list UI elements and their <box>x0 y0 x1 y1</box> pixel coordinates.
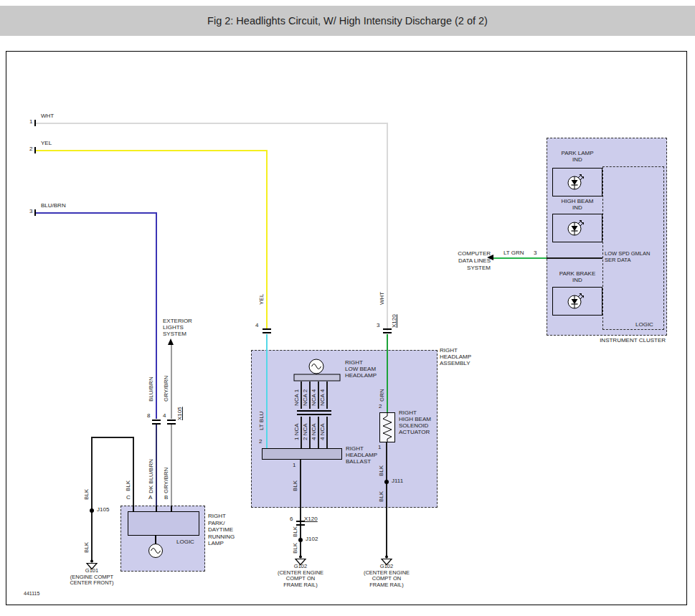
feed-1-pin: 1 <box>29 118 32 125</box>
diagram-ref-code: 441115 <box>24 590 39 597</box>
feed-3-pin: 3 <box>29 208 32 214</box>
label-line: HEADLAMP <box>440 354 471 360</box>
label-line: DAYTIME <box>208 526 235 534</box>
nca-label-top-2: NCA 2 <box>302 389 308 406</box>
bulb-icon <box>147 541 164 560</box>
lt-blu-wire <box>266 334 268 448</box>
blk-label-below-j111: BLK <box>378 491 384 502</box>
wht-wire-vertical <box>387 123 388 331</box>
drl-lamp-name: RIGHT PARK/ DAYTIME RUNNING LAMP <box>208 513 235 547</box>
label-line: ACTUATOR <box>399 429 431 435</box>
gry-brn-wire-upper <box>171 345 172 419</box>
yel-wire-horizontal <box>36 150 268 151</box>
headlamp-ballast-box <box>262 448 342 460</box>
label-line: RIGHT <box>208 513 235 520</box>
park-brake-led-icon <box>566 292 585 311</box>
x120-connector-label: X120 <box>391 314 397 328</box>
gmlan-label: LOW SPD GMLAN SER DATA <box>605 251 650 263</box>
cluster-logic-box <box>602 166 664 330</box>
label-line: CENTER FRONT) <box>49 580 135 587</box>
j111-label: J111 <box>392 478 403 484</box>
nca-connector-tick <box>297 410 306 412</box>
feed-2-pin: 2 <box>29 146 32 152</box>
label-line: HEADLAMP <box>345 372 377 379</box>
drl-stub <box>156 506 157 511</box>
ballast-out-pin-1: 1 <box>293 462 296 468</box>
label-line: HEADLAMP <box>346 452 377 458</box>
blk-label-below-j105: BLK <box>83 542 90 553</box>
nca-connector-tick <box>306 410 314 412</box>
nca-connector-tick <box>314 414 323 415</box>
label-line: PARK BRAKE <box>552 270 602 277</box>
ballast-pin-2: 2 <box>259 438 262 445</box>
park-brake-ind-label: PARK BRAKE IND <box>552 270 602 283</box>
nca-label-bottom-2: 2 NCA <box>302 423 308 440</box>
drl-pin-c: C <box>126 494 131 501</box>
dk-blu-brn-label: DK BLU/BRN <box>148 459 154 493</box>
label-line: RIGHT <box>345 359 377 366</box>
low-beam-headlamp-name: RIGHT LOW BEAM HEADLAMP <box>345 359 377 379</box>
blk-label-ballast: BLK <box>292 480 298 491</box>
nca-label-bottom-3: 4 NCA <box>311 423 317 440</box>
high-beam-ind-label: HIGH BEAM IND <box>552 198 602 211</box>
label-line: RIGHT <box>346 445 377 452</box>
blk-label-above-j102: BLK <box>292 526 298 537</box>
computer-data-lines-label: COMPUTER DATA LINES SYSTEM <box>429 250 491 272</box>
label-line: IND <box>552 156 602 163</box>
x120-pin-6: 6 <box>290 516 293 522</box>
j105-junction-dot <box>90 508 94 513</box>
blk-label-branch: BLK <box>125 480 131 491</box>
x105-connector-label: X105 <box>176 407 183 420</box>
gry-brn-label-lower: GRY/BRN <box>163 468 169 493</box>
label-line: HIGH BEAM <box>552 198 602 204</box>
label-line: IND <box>552 277 602 283</box>
blk-branch-to-pin-c <box>133 437 134 506</box>
drl-pin-b: B <box>164 494 168 501</box>
assembly-name: RIGHT HEADLAMP ASSEMBLY <box>440 347 471 366</box>
x120-tick <box>263 332 271 333</box>
park-lamp-led-icon <box>566 173 585 191</box>
label-line: LIGHTS <box>163 324 192 331</box>
label-line: COMPUTER <box>429 250 491 257</box>
park-lamp-ind-label: PARK LAMP IND <box>552 150 602 163</box>
label-line: LOW BEAM <box>345 366 377 372</box>
label-line: SYSTEM <box>163 331 192 337</box>
j102-label: J102 <box>306 536 318 542</box>
low-beam-headlamp-icon <box>290 356 344 383</box>
yel-wire-vertical <box>266 150 268 330</box>
feed-3-wire-label: BLU/BRN <box>41 202 66 209</box>
label-line: FRAME RAIL) <box>343 582 430 589</box>
nca-label-top-3: NCA 4 <box>311 389 317 406</box>
nca-label-top-1: NCA 1 <box>293 389 300 406</box>
drl-logic-block <box>128 511 199 536</box>
label-line: SYSTEM <box>429 265 491 272</box>
label-line: HIGH BEAM <box>399 416 431 422</box>
x120-pin-3: 3 <box>377 322 379 328</box>
blu-brn-label-above-x105: BLU/BRN <box>148 376 154 402</box>
drl-stub <box>133 506 134 511</box>
dk-blu-brn-wire <box>156 425 157 506</box>
label-line: FRAME RAIL) <box>257 582 344 589</box>
wht-wire-horizontal <box>36 123 388 124</box>
nca-wire-4 <box>326 417 328 448</box>
cluster-logic-label: LOGIC <box>635 321 653 328</box>
wiring-diagram-page: Fig 2: Headlights Circuit, W/ High Inten… <box>0 0 695 616</box>
nca-connector-tick <box>306 414 314 415</box>
j111-junction-dot <box>384 480 389 484</box>
figure-title: Fig 2: Headlights Circuit, W/ High Inten… <box>207 15 488 27</box>
drl-logic-label: LOGIC <box>176 539 194 545</box>
blk-wire-ballast-ground <box>300 460 301 557</box>
label-line: RIGHT <box>440 347 471 354</box>
ser-data-wire-inside <box>547 257 602 259</box>
lt-blu-label: LT BLU <box>258 412 265 430</box>
lt-grn-wire <box>493 257 547 259</box>
exterior-lights-system-label: EXTERIOR LIGHTS SYSTEM <box>163 318 192 337</box>
label-line: SOLENOID <box>399 422 431 429</box>
blu-brn-wire-vertical <box>156 212 157 419</box>
label-line: SER DATA <box>605 257 650 264</box>
nca-connector-tick <box>323 414 331 415</box>
x105-pin-8: 8 <box>147 412 150 419</box>
drl-stub <box>171 506 172 511</box>
figure-title-bar: Fig 2: Headlights Circuit, W/ High Inten… <box>0 6 695 36</box>
yel-drop-label: YEL <box>258 294 265 305</box>
